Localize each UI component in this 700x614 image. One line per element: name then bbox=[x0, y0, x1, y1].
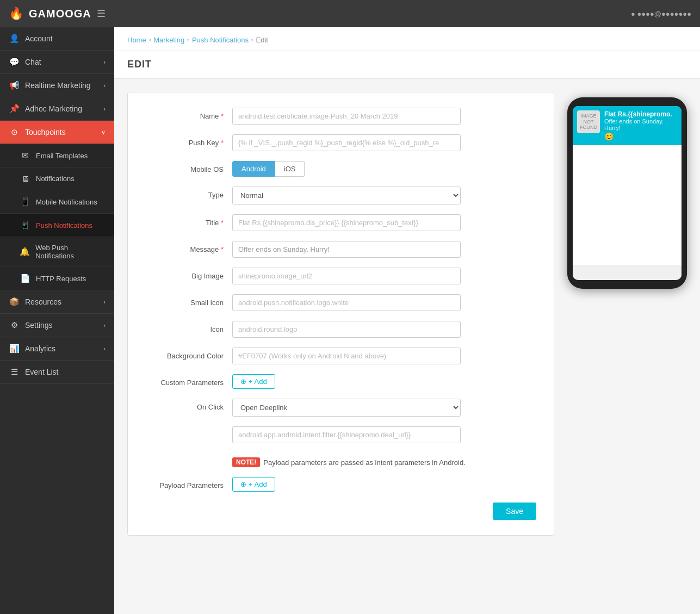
phone-preview: IMAGE NOT FOUND Flat Rs.{{shinepromo. Of… bbox=[567, 97, 687, 289]
chevron-right-icon: › bbox=[103, 59, 106, 65]
bg-color-input[interactable] bbox=[232, 348, 461, 364]
sidebar-item-label: Account bbox=[25, 34, 53, 43]
payload-params-add-button[interactable]: ⊕ + Add bbox=[232, 477, 275, 492]
phone-body: IMAGE NOT FOUND Flat Rs.{{shinepromo. Of… bbox=[567, 97, 687, 289]
user-info: ● ●●●●@●●●●●●● bbox=[631, 10, 691, 18]
analytics-icon: 📊 bbox=[9, 344, 20, 353]
breadcrumb-sep: » bbox=[251, 37, 254, 43]
custom-params-row: Custom Parameters ⊕ + Add bbox=[145, 374, 536, 389]
chevron-right-icon: › bbox=[103, 299, 106, 305]
monitor-icon: 🖥 bbox=[20, 174, 30, 183]
notification-title: Flat Rs.{{shinepromo. bbox=[604, 110, 677, 118]
breadcrumb-marketing[interactable]: Marketing bbox=[153, 36, 184, 44]
custom-params-add-button[interactable]: ⊕ + Add bbox=[232, 374, 275, 389]
form-card: Name * Push Key * Mobile OS Android iOS bbox=[127, 92, 554, 536]
list-icon: ☰ bbox=[9, 367, 20, 377]
email-icon: ✉ bbox=[20, 151, 30, 160]
push-icon: 📱 bbox=[20, 220, 30, 230]
notification-icon-box: IMAGE NOT FOUND bbox=[577, 110, 600, 133]
sidebar-item-event-list[interactable]: ☰ Event List bbox=[0, 361, 114, 384]
chevron-right-icon: › bbox=[103, 82, 106, 89]
big-image-row: Big Image bbox=[145, 268, 536, 284]
chat-icon: 💬 bbox=[9, 57, 20, 67]
sidebar-item-web-push[interactable]: 🔔 Web Push Notifications bbox=[0, 237, 114, 267]
push-key-label: Push Key * bbox=[145, 134, 232, 147]
icon-input[interactable] bbox=[232, 321, 461, 338]
icon-row: Icon bbox=[145, 321, 536, 338]
save-button[interactable]: Save bbox=[493, 503, 536, 520]
big-image-input[interactable] bbox=[232, 268, 461, 284]
sidebar-item-chat[interactable]: 💬 Chat › bbox=[0, 51, 114, 74]
mobile-os-label: Mobile OS bbox=[145, 161, 232, 173]
name-label: Name * bbox=[145, 108, 232, 120]
mobile-icon: 📱 bbox=[20, 197, 30, 207]
breadcrumb-sep: » bbox=[148, 37, 152, 43]
sidebar-item-account[interactable]: 👤 Account bbox=[0, 27, 114, 51]
message-row: Message * bbox=[145, 241, 536, 258]
breadcrumb-push[interactable]: Push Notifications bbox=[192, 36, 249, 44]
small-icon-input[interactable] bbox=[232, 294, 461, 311]
logo-text: GAMOOGA bbox=[29, 8, 91, 20]
android-button[interactable]: Android bbox=[232, 161, 275, 177]
deeplink-input[interactable] bbox=[232, 426, 461, 443]
phone-screen-body bbox=[573, 145, 682, 265]
plus-icon: ⊕ bbox=[240, 480, 246, 488]
note-text: Payload parameters are passed as intent … bbox=[263, 458, 465, 467]
ios-button[interactable]: iOS bbox=[275, 161, 305, 177]
sidebar-item-label: Chat bbox=[25, 58, 41, 66]
name-input[interactable] bbox=[232, 108, 461, 125]
sidebar-item-label: Email Templates bbox=[36, 152, 88, 160]
sidebar: 👤 Account 💬 Chat › 📢 Realtime Marketing … bbox=[0, 27, 114, 614]
touchpoints-icon: ⊙ bbox=[9, 127, 20, 137]
custom-params-label: Custom Parameters bbox=[145, 374, 232, 387]
sidebar-item-adhoc[interactable]: 📌 Adhoc Marketing › bbox=[0, 97, 114, 121]
sidebar-item-label: Push Notifications bbox=[36, 221, 92, 230]
sidebar-item-touchpoints[interactable]: ⊙ Touchpoints ∨ bbox=[0, 121, 114, 144]
hamburger-icon[interactable]: ☰ bbox=[97, 8, 106, 20]
sidebar-item-label: Settings bbox=[25, 321, 53, 330]
sidebar-item-email-templates[interactable]: ✉ Email Templates bbox=[0, 144, 114, 168]
note-badge: NOTE! bbox=[232, 457, 260, 467]
message-label: Message * bbox=[145, 241, 232, 253]
payload-params-row: Payload Parameters ⊕ + Add bbox=[145, 477, 536, 492]
sidebar-item-label: Analytics bbox=[25, 344, 55, 353]
big-image-label: Big Image bbox=[145, 268, 232, 280]
sidebar-item-push-notifications[interactable]: 📱 Push Notifications bbox=[0, 214, 114, 237]
sidebar-item-label: Resources bbox=[25, 297, 61, 306]
main-content: Home » Marketing » Push Notifications » … bbox=[114, 27, 700, 614]
plus-icon: ⊕ bbox=[240, 377, 246, 386]
breadcrumb-bar: Home » Marketing » Push Notifications » … bbox=[114, 27, 700, 51]
mobile-os-row: Mobile OS Android iOS bbox=[145, 161, 536, 177]
title-row: Title * bbox=[145, 214, 536, 231]
on-click-select[interactable]: Open Deeplink bbox=[232, 399, 461, 417]
flame-icon: 🔥 bbox=[9, 7, 23, 21]
sidebar-item-analytics[interactable]: 📊 Analytics › bbox=[0, 337, 114, 361]
message-input[interactable] bbox=[232, 241, 461, 258]
top-bar: 🔥 GAMOOGA ☰ ● ●●●●@●●●●●●● bbox=[0, 0, 700, 27]
breadcrumb-home[interactable]: Home bbox=[127, 36, 146, 44]
notification-bar: IMAGE NOT FOUND Flat Rs.{{shinepromo. Of… bbox=[573, 106, 682, 145]
sidebar-item-realtime[interactable]: 📢 Realtime Marketing › bbox=[0, 74, 114, 97]
sidebar-item-settings[interactable]: ⚙ Settings › bbox=[0, 314, 114, 337]
on-click-label: On Click bbox=[145, 399, 232, 411]
type-select[interactable]: Normal bbox=[232, 187, 461, 204]
sidebar-item-http-requests[interactable]: 📄 HTTP Requests bbox=[0, 267, 114, 290]
sidebar-item-notifications[interactable]: 🖥 Notifications bbox=[0, 168, 114, 190]
resources-icon: 📦 bbox=[9, 297, 20, 307]
bell-icon: 🔔 bbox=[20, 247, 30, 257]
sidebar-item-label: Touchpoints bbox=[25, 128, 66, 137]
sidebar-item-label: Event List bbox=[25, 368, 58, 376]
sidebar-item-resources[interactable]: 📦 Resources › bbox=[0, 290, 114, 314]
account-icon: 👤 bbox=[9, 34, 20, 44]
touchpoints-submenu: ✉ Email Templates 🖥 Notifications 📱 Mobi… bbox=[0, 144, 114, 290]
sidebar-item-mobile-notifications[interactable]: 📱 Mobile Notifications bbox=[0, 190, 114, 214]
realtime-icon: 📢 bbox=[9, 80, 20, 90]
adhoc-icon: 📌 bbox=[9, 104, 20, 114]
small-icon-row: Small Icon bbox=[145, 294, 536, 311]
title-input[interactable] bbox=[232, 214, 461, 231]
title-label: Title * bbox=[145, 214, 232, 227]
push-key-input[interactable] bbox=[232, 134, 461, 151]
page-title: EDIT bbox=[127, 59, 152, 70]
on-click-row: On Click Open Deeplink bbox=[145, 399, 536, 417]
type-row: Type Normal bbox=[145, 187, 536, 204]
